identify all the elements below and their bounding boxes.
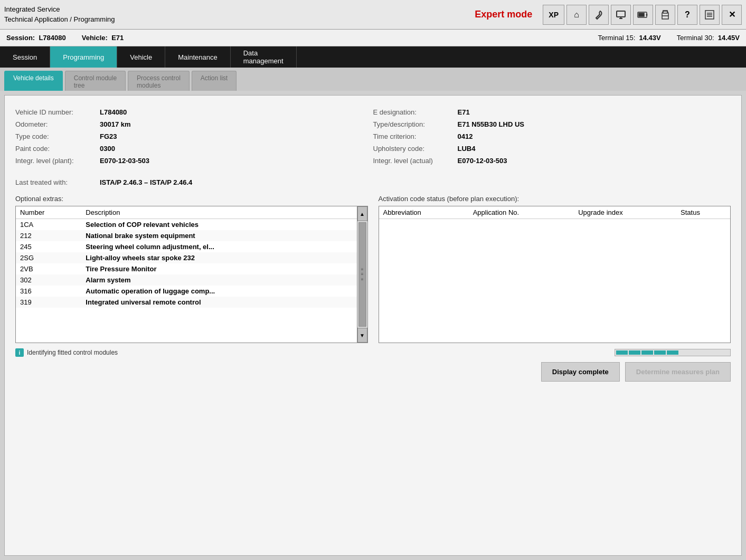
main-content: Vehicle ID number: L784080 Odometer: 300… bbox=[4, 95, 742, 556]
sub-tab-vehicle-details[interactable]: Vehicle details bbox=[4, 71, 63, 91]
sub-tab-action-list[interactable]: Action list bbox=[192, 71, 237, 91]
extras-scrollbar: ▲ ≡≡≡ ▼ bbox=[357, 206, 367, 343]
e-designation-label: E designation: bbox=[373, 108, 458, 116]
extras-col-number: Number bbox=[16, 206, 81, 219]
terminal30-label: Terminal 30: bbox=[677, 34, 714, 42]
list-item[interactable]: 319Integrated universal remote control bbox=[16, 297, 357, 308]
progress-segment bbox=[616, 350, 628, 355]
display-complete-button[interactable]: Display complete bbox=[541, 362, 620, 382]
time-criterion-label: Time criterion: bbox=[373, 132, 458, 140]
expert-mode-label: Expert mode bbox=[475, 9, 532, 20]
integr-plant-row: Integr. level (plant): E070-12-03-503 bbox=[15, 155, 373, 167]
progress-segment bbox=[667, 350, 678, 355]
terminal15-label: Terminal 15: bbox=[598, 34, 636, 42]
extras-description: Alarm system bbox=[81, 274, 356, 286]
optional-extras-section: Optional extras: Number Description 1CAS… bbox=[15, 195, 368, 343]
activation-code-section: Activation code status (before plan exec… bbox=[379, 195, 731, 343]
last-treated-value: ISTA/P 2.46.3 – ISTA/P 2.46.4 bbox=[100, 178, 192, 186]
extras-number: 212 bbox=[16, 230, 81, 241]
details-left-column: Vehicle ID number: L784080 Odometer: 300… bbox=[15, 106, 373, 167]
vehicle-details-grid: Vehicle ID number: L784080 Odometer: 300… bbox=[15, 106, 731, 167]
progress-segment bbox=[641, 350, 653, 355]
tab-programming[interactable]: Programming bbox=[50, 46, 117, 68]
extras-number: 2VB bbox=[16, 263, 81, 274]
vehicle-id-row: Vehicle ID number: L784080 bbox=[15, 106, 373, 118]
list-item[interactable]: 212National brake system equipment bbox=[16, 230, 357, 241]
time-criterion-row: Time criterion: 0412 bbox=[373, 130, 731, 143]
tab-vehicle[interactable]: Vehicle bbox=[117, 46, 165, 68]
scroll-down-button[interactable]: ▼ bbox=[357, 328, 367, 343]
list-button[interactable] bbox=[700, 5, 720, 25]
terminal30-info: Terminal 30: 14.45V bbox=[677, 34, 740, 42]
determine-measures-plan-button[interactable]: Determine measures plan bbox=[625, 362, 731, 382]
activation-col-upgrade: Upgrade index bbox=[574, 206, 676, 219]
list-item[interactable]: 316Automatic operation of luggage comp..… bbox=[16, 286, 357, 297]
monitor-button[interactable] bbox=[611, 5, 631, 25]
list-item[interactable]: 302Alarm system bbox=[16, 274, 357, 286]
close-button[interactable]: ✕ bbox=[722, 5, 742, 25]
xp-button[interactable]: XP bbox=[543, 5, 564, 25]
details-right-column: E designation: E71 Type/description: E71… bbox=[373, 106, 731, 167]
list-item[interactable]: 2VBTire Pressure Monitor bbox=[16, 263, 357, 274]
type-code-value: FG23 bbox=[100, 132, 117, 140]
list-item[interactable]: 1CASelection of COP relevant vehicles bbox=[16, 219, 357, 231]
list-item[interactable]: 245Steering wheel column adjustment, el.… bbox=[16, 241, 357, 252]
scroll-up-button[interactable]: ▲ bbox=[357, 206, 367, 221]
odometer-row: Odometer: 30017 km bbox=[15, 118, 373, 130]
progress-bar-fill bbox=[615, 349, 730, 356]
svg-rect-3 bbox=[662, 16, 668, 19]
last-treated-label: Last treated with: bbox=[15, 178, 100, 186]
help-button[interactable]: ? bbox=[677, 5, 697, 25]
nav-tabs: Session Programming Vehicle Maintenance … bbox=[0, 46, 746, 68]
last-treated-row: Last treated with: ISTA/P 2.46.3 – ISTA/… bbox=[15, 175, 731, 195]
scroll-thumb[interactable]: ≡≡≡ bbox=[358, 222, 366, 327]
integr-actual-label: Integr. level (actual) bbox=[373, 157, 458, 165]
terminal-info: Terminal 15: 14.43V Terminal 30: 14.45V bbox=[598, 34, 740, 42]
info-icon: i bbox=[15, 348, 24, 357]
session-label: Session: bbox=[6, 34, 35, 42]
tab-session[interactable]: Session bbox=[0, 46, 50, 68]
bottom-buttons: Display complete Determine measures plan bbox=[15, 362, 731, 382]
type-description-row: Type/description: E71 N55B30 LHD US bbox=[373, 118, 731, 130]
print-button[interactable] bbox=[655, 5, 675, 25]
session-value: L784080 bbox=[39, 34, 65, 42]
vehicle-info: Vehicle: E71 bbox=[82, 34, 124, 42]
list-item[interactable]: 2SGLight-alloy wheels star spoke 232 bbox=[16, 252, 357, 263]
sub-tab-process-control-modules[interactable]: Process controlmodules bbox=[128, 71, 190, 91]
upholstery-code-row: Upholstery code: LUB4 bbox=[373, 143, 731, 155]
paint-code-label: Paint code: bbox=[15, 145, 100, 153]
optional-extras-table-container: Number Description 1CASelection of COP r… bbox=[15, 206, 368, 343]
extras-number: 2SG bbox=[16, 252, 81, 263]
vehicle-id-label: Vehicle ID number: bbox=[15, 108, 100, 116]
extras-description: Tire Pressure Monitor bbox=[81, 263, 356, 274]
home-button[interactable]: ⌂ bbox=[566, 5, 587, 25]
session-info: Session: L784080 bbox=[6, 34, 66, 42]
extras-number: 319 bbox=[16, 297, 81, 308]
svg-rect-0 bbox=[617, 11, 625, 17]
integr-actual-row: Integr. level (actual) E070-12-03-503 bbox=[373, 155, 731, 167]
optional-extras-title: Optional extras: bbox=[15, 195, 368, 203]
upholstery-code-value: LUB4 bbox=[458, 145, 476, 153]
terminal30-value: 14.45V bbox=[718, 34, 740, 42]
status-bar: Session: L784080 Vehicle: E71 Terminal 1… bbox=[0, 30, 746, 46]
progress-bar-container bbox=[615, 349, 731, 356]
tab-data-management[interactable]: Datamanagement bbox=[231, 46, 297, 68]
wrench-button[interactable] bbox=[589, 5, 609, 25]
sub-tab-control-module-tree[interactable]: Control moduletree bbox=[65, 71, 126, 91]
progress-area: i Identifying fitted control modules bbox=[15, 348, 731, 357]
type-code-label: Type code: bbox=[15, 132, 100, 140]
activation-code-table: Abbreviation Application No. Upgrade ind… bbox=[379, 206, 731, 219]
terminal15-value: 14.43V bbox=[639, 34, 661, 42]
extras-description: Selection of COP relevant vehicles bbox=[81, 219, 356, 231]
activation-col-abbrev: Abbreviation bbox=[379, 206, 469, 219]
paint-code-value: 0300 bbox=[100, 145, 115, 153]
extras-number: 1CA bbox=[16, 219, 81, 231]
paint-code-row: Paint code: 0300 bbox=[15, 143, 373, 155]
battery-button[interactable] bbox=[633, 5, 653, 25]
tab-maintenance[interactable]: Maintenance bbox=[165, 46, 230, 68]
extras-description: Steering wheel column adjustment, el... bbox=[81, 241, 356, 252]
extras-number: 245 bbox=[16, 241, 81, 252]
sub-tabs: Vehicle details Control moduletree Proce… bbox=[0, 68, 746, 91]
e-designation-value: E71 bbox=[458, 108, 470, 116]
type-description-label: Type/description: bbox=[373, 120, 458, 128]
